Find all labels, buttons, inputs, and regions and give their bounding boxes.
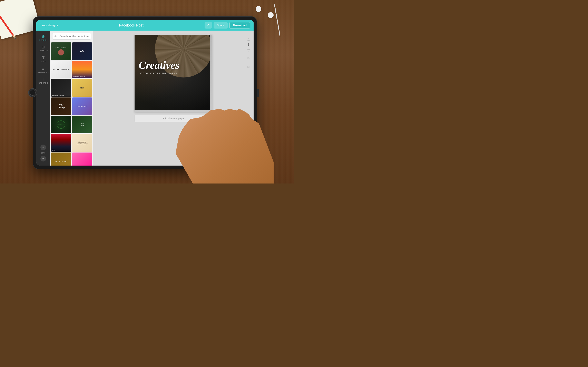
creatives-image-overlay: Creatives COOL CRAFTING IDEAS [135,35,210,110]
sidebar-item-background-label: BKGROUND [38,71,49,73]
tmpl-city-label: CITY [52,150,70,151]
sidebar-item-background[interactable]: ≡ BKGROUND [36,65,50,75]
template-item-cascade[interactable]: CASCADE [72,98,92,115]
main-content: ⊕ SEARCH ⊞ LAYOUTS T TEXT ≡ BKGROUND [36,31,254,166]
page-up-button[interactable]: △ [245,37,251,42]
template-item-wine-tasting[interactable]: WineTasting [51,98,71,115]
template-item-australia[interactable]: Australian Outback [72,61,92,78]
lilypad-flower [58,49,64,55]
app-container: ‹ Your designs Facebook Post ↺ Share Dow… [36,20,254,166]
creatives-text-block: Creatives COOL CRAFTING IDEAS [139,60,179,75]
earphone-bud-left [256,6,261,12]
template-item-project[interactable]: PROJECT BEDROOM [51,61,71,78]
undo-button[interactable]: ↺ [205,22,212,29]
undo-icon: ↺ [207,24,209,27]
earphone-bud-right [268,12,274,18]
sidebar-item-search[interactable]: ⊕ SEARCH [36,33,50,43]
zoom-level: 50% [41,152,45,154]
top-bar: ‹ Your designs Facebook Post ↺ Share Dow… [36,20,254,31]
tmpl-traditional-label: TRADITIONAL [55,161,67,162]
home-button[interactable] [28,88,37,97]
sidebar: ⊕ SEARCH ⊞ LAYOUTS T TEXT ≡ BKGROUND [36,31,50,166]
canvas-area: Creatives COOL CRAFTING IDEAS + Add a ne… [93,31,254,166]
sidebar-item-layouts[interactable]: ⊞ LAYOUTS [36,43,50,54]
tmpl-cascade-label: CASCADE [77,105,87,107]
zoom-minus-icon: − [42,157,44,160]
tmpl-wine-tasting-label: WineTasting [58,104,65,109]
templates-panel: ⊕ THE LILYPAD WIN PROJECT B [50,31,93,166]
sidebar-item-search-label: SEARCH [39,39,48,41]
duplicate-page-button[interactable]: ⧉ [245,55,251,61]
sidebar-item-text[interactable]: T TEXT [36,54,50,65]
template-item-wine[interactable]: WIN [72,42,92,60]
tmpl-clean-green-label: CLEGRE [80,123,84,127]
tmpl-business-label: BUSINESS [58,124,65,125]
ipad-device: ‹ Your designs Facebook Post ↺ Share Dow… [33,16,257,169]
sidebar-item-uploads[interactable]: ↑ UPLOADS [36,75,50,86]
sidebar-item-layouts-label: LAYOUTS [39,50,48,52]
search-bar: ⊕ [50,31,93,42]
tmpl-australia-label: Australian Outback [73,76,85,77]
template-item-clean-green[interactable]: CLEGRE [72,116,92,133]
delete-icon: ⊡ [247,65,250,68]
template-item-business[interactable]: BUSINESS [51,116,71,133]
sidebar-item-text-label: TEXT [41,61,46,63]
page-down-icon: ▽ [247,49,250,52]
canvas-content: Creatives COOL CRAFTING IDEAS [135,35,212,112]
top-bar-actions: ↺ Share Download [205,22,250,29]
tmpl-tra-label: TRA [80,87,84,89]
zoom-out-button[interactable]: − [40,156,46,161]
sidebar-bottom: + 50% − [40,142,46,164]
earphone-cable [274,4,281,36]
search-wrapper: ⊕ [52,33,91,40]
zoom-plus-icon: + [42,146,44,149]
template-grid: THE LILYPAD WIN PROJECT BEDROOM Australi… [50,42,93,166]
template-item-tra[interactable]: TRA [72,79,92,97]
search-input[interactable] [52,33,91,40]
page-number: 1 [248,43,250,47]
sidebar-item-uploads-label: UPLOADS [39,82,48,84]
text-icon: T [42,56,45,60]
delete-page-button[interactable]: ⊡ [245,64,251,70]
page-controls: △ 1 ▽ ⧉ ⊡ [245,37,251,70]
pencil-decoration [0,15,16,39]
tmpl-ostella-label: OSTELLA BISTRO [52,94,70,96]
creatives-subtitle: COOL CRAFTING IDEAS [139,72,179,75]
download-button[interactable]: Download [229,22,250,29]
template-item-honey[interactable]: IntroducingHumble Honey [72,134,92,152]
page-up-icon: △ [247,38,250,41]
template-item-traditional[interactable]: TRADITIONAL [51,152,71,166]
search-icon: ⊕ [42,35,45,38]
tmpl-honey-label: IntroducingHumble Honey [77,141,87,145]
side-button [257,89,259,97]
duplicate-icon: ⧉ [247,57,250,60]
back-button-label: Your designs [42,24,58,27]
tmpl-project-label: PROJECT BEDROOM [53,69,69,71]
layouts-icon: ⊞ [42,45,45,49]
creatives-title: Creatives [139,60,179,71]
share-button[interactable]: Share [214,22,228,29]
background-icon: ≡ [42,67,44,71]
page-down-button[interactable]: ▽ [245,48,251,53]
template-item-ostella[interactable]: OSTELLA BISTRO [51,79,71,97]
tmpl-lilypad-label: THE LILYPAD [56,47,67,49]
home-button-inner [30,90,35,96]
download-button-label: Download [233,24,247,27]
page-title: Facebook Post [58,23,205,27]
zoom-in-button[interactable]: + [40,145,46,150]
back-chevron-icon: ‹ [40,24,41,27]
back-button[interactable]: ‹ Your designs [40,24,58,27]
add-page-label: + Add a new page [163,117,184,120]
uploads-icon: ↑ [42,77,44,81]
template-item-lilypad[interactable]: THE LILYPAD [51,42,71,60]
share-button-label: Share [217,24,224,27]
canvas-wrapper[interactable]: Creatives COOL CRAFTING IDEAS [135,35,212,112]
template-item-city[interactable]: CITY [51,134,71,152]
add-page-button[interactable]: + Add a new page [135,115,212,122]
tmpl-wine-label: WIN [80,50,84,52]
template-item-pink[interactable] [72,152,92,166]
ipad-screen: ‹ Your designs Facebook Post ↺ Share Dow… [36,20,254,166]
tmpl-business-circle: BUSINESS [57,120,65,129]
